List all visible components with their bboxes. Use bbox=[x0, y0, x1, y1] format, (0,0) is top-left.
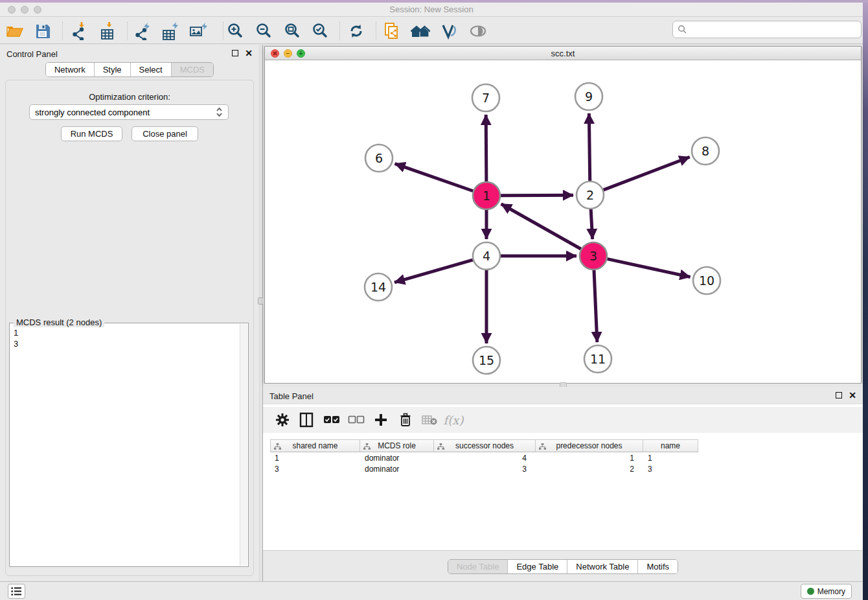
tab-network-table[interactable]: Network Table bbox=[567, 560, 637, 573]
task-history-button[interactable] bbox=[8, 584, 25, 599]
table-row[interactable]: 3dominator323 bbox=[270, 463, 698, 474]
mcds-result-line: 3 bbox=[14, 338, 236, 349]
graph-edge-4-14[interactable] bbox=[394, 260, 473, 283]
zoom-out-icon[interactable] bbox=[254, 21, 273, 41]
graph-edge-3-11[interactable] bbox=[594, 270, 597, 342]
graph-node-8[interactable]: 8 bbox=[692, 137, 719, 165]
table-cell[interactable]: 1 bbox=[643, 452, 698, 463]
deselect-all-icon[interactable] bbox=[347, 411, 365, 429]
graph-node-6[interactable]: 6 bbox=[365, 144, 393, 172]
export-network-icon[interactable] bbox=[132, 21, 152, 41]
criterion-dropdown[interactable]: strongly connected component bbox=[29, 104, 229, 120]
search-icon bbox=[678, 25, 687, 34]
toolbar-separator bbox=[339, 22, 340, 40]
table-cell[interactable]: 3 bbox=[270, 463, 360, 474]
export-image-icon[interactable] bbox=[188, 21, 208, 41]
close-panel-button[interactable]: Close panel bbox=[131, 126, 198, 141]
close-panel-icon[interactable]: ✕ bbox=[245, 49, 253, 57]
float-panel-icon[interactable] bbox=[836, 392, 842, 398]
toolbar-separator bbox=[127, 22, 128, 40]
table-cell[interactable]: 3 bbox=[434, 463, 536, 474]
table-cell[interactable]: 3 bbox=[643, 463, 698, 474]
graph-node-9[interactable]: 9 bbox=[575, 83, 602, 110]
table-cell[interactable]: dominator bbox=[360, 452, 434, 463]
graph-node-14[interactable]: 14 bbox=[365, 273, 392, 301]
table-cell[interactable]: 1 bbox=[270, 452, 360, 463]
run-mcds-button[interactable]: Run MCDS bbox=[61, 126, 122, 141]
status-bar: Memory bbox=[0, 581, 863, 600]
select-all-icon[interactable] bbox=[323, 411, 341, 429]
ndex-home-icon[interactable] bbox=[411, 21, 430, 41]
open-session-icon[interactable] bbox=[5, 21, 25, 41]
tab-motifs[interactable]: Motifs bbox=[637, 560, 678, 573]
column-header-successor-nodes[interactable]: successor nodes bbox=[434, 439, 536, 452]
zoom-fit-icon[interactable] bbox=[282, 21, 302, 41]
graph-edge-3-1[interactable] bbox=[501, 204, 581, 249]
graph-node-10[interactable]: 10 bbox=[693, 267, 720, 294]
network-canvas[interactable]: 7968124314101511 bbox=[265, 60, 861, 383]
result-scrollbar[interactable] bbox=[240, 324, 247, 566]
trash-icon[interactable] bbox=[396, 411, 415, 429]
float-panel-icon[interactable] bbox=[232, 50, 238, 56]
table-cell[interactable]: 4 bbox=[434, 452, 536, 463]
column-header-name[interactable]: name bbox=[643, 439, 698, 452]
close-panel-icon[interactable]: ✕ bbox=[849, 391, 856, 399]
toolbar-separator bbox=[62, 22, 63, 40]
toolbar-separator bbox=[376, 22, 376, 40]
show-column-icon[interactable] bbox=[297, 411, 315, 429]
import-table-icon[interactable] bbox=[98, 21, 117, 41]
desktop-background-right bbox=[863, 3, 868, 600]
zoom-selected-icon[interactable] bbox=[310, 21, 330, 41]
import-network-icon[interactable] bbox=[69, 21, 88, 41]
svg-text:9: 9 bbox=[585, 89, 593, 104]
tab-node-table[interactable]: Node Table bbox=[448, 560, 508, 573]
graph-edge-1-6[interactable] bbox=[395, 164, 474, 191]
svg-text:15: 15 bbox=[479, 353, 494, 367]
add-row-icon[interactable] bbox=[372, 411, 390, 429]
hierarchy-icon bbox=[437, 443, 444, 450]
table-row[interactable]: 1dominator411 bbox=[270, 452, 698, 463]
save-session-icon[interactable] bbox=[33, 21, 52, 41]
svg-text:1: 1 bbox=[483, 189, 490, 203]
graph-edge-2-9[interactable] bbox=[589, 113, 589, 181]
graph-node-3[interactable]: 3 bbox=[580, 242, 607, 270]
graph-edge-3-10[interactable] bbox=[607, 259, 690, 277]
graph-node-1[interactable]: 1 bbox=[473, 182, 500, 209]
table-cell[interactable]: dominator bbox=[360, 463, 434, 474]
graph-node-11[interactable]: 11 bbox=[584, 345, 611, 373]
column-header-predecessor-nodes[interactable]: predecessor nodes bbox=[536, 439, 643, 452]
clone-network-icon[interactable] bbox=[382, 21, 402, 41]
gear-icon[interactable] bbox=[273, 411, 291, 429]
export-table-icon[interactable] bbox=[160, 21, 179, 41]
main-toolbar bbox=[0, 17, 863, 44]
mcds-result-box: MCDS result (2 nodes) 13 bbox=[9, 323, 249, 567]
refresh-layout-icon[interactable] bbox=[347, 21, 366, 41]
graph-node-2[interactable]: 2 bbox=[577, 181, 604, 209]
table-cell[interactable]: 2 bbox=[536, 463, 643, 474]
tab-network[interactable]: Network bbox=[46, 63, 94, 76]
zoom-in-icon[interactable] bbox=[225, 21, 245, 41]
memory-label: Memory bbox=[817, 587, 845, 596]
graph-edge-2-3[interactable] bbox=[591, 209, 592, 239]
task-list-icon bbox=[11, 586, 22, 596]
graph-node-4[interactable]: 4 bbox=[473, 242, 500, 270]
graph-node-7[interactable]: 7 bbox=[472, 84, 499, 111]
search-input[interactable] bbox=[690, 23, 861, 36]
column-header-MCDS-role[interactable]: MCDS role bbox=[360, 439, 434, 452]
table-toolbar: f(x) bbox=[263, 407, 863, 433]
eye-icon[interactable] bbox=[468, 21, 488, 41]
tab-style[interactable]: Style bbox=[94, 63, 130, 76]
graph-node-15[interactable]: 15 bbox=[473, 347, 500, 374]
graph-edge-2-8[interactable] bbox=[604, 157, 690, 190]
tab-edge-table[interactable]: Edge Table bbox=[507, 560, 567, 573]
column-header-shared-name[interactable]: shared name bbox=[270, 439, 360, 452]
tab-mcds[interactable]: MCDS bbox=[171, 63, 213, 76]
graph-edge-1-2[interactable] bbox=[501, 195, 573, 196]
cyndex-icon[interactable] bbox=[439, 21, 459, 41]
function-builder-icon: f(x) bbox=[444, 411, 463, 429]
table-cell[interactable]: 1 bbox=[536, 452, 643, 463]
graph-edge-1-7[interactable] bbox=[486, 115, 486, 181]
memory-button[interactable]: Memory bbox=[801, 584, 852, 599]
toolbar-separator bbox=[223, 22, 223, 40]
tab-select[interactable]: Select bbox=[130, 63, 171, 76]
